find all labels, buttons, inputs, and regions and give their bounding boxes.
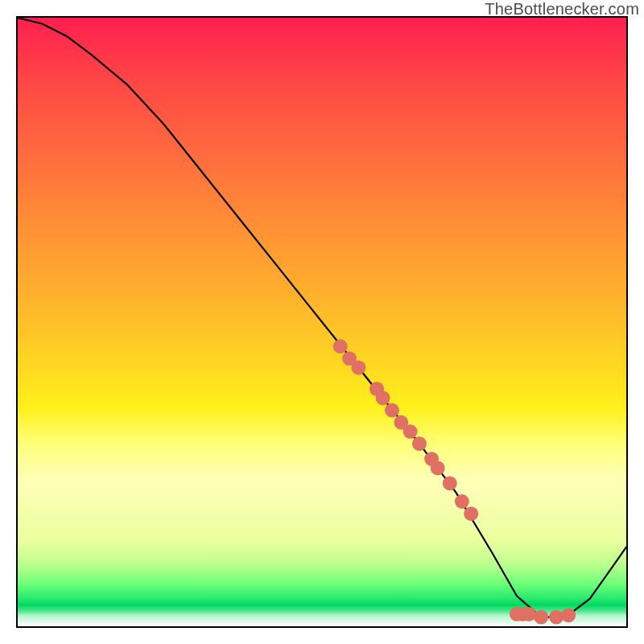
scatter-point <box>351 361 365 375</box>
scatter-point <box>431 460 445 475</box>
watermark-label: TheBottlenecker.com <box>485 0 639 19</box>
scatter-point <box>549 610 564 625</box>
scatter-point <box>464 506 478 521</box>
chart-overlay <box>18 18 626 626</box>
scatter-point <box>376 391 390 406</box>
scatter-point <box>403 424 418 439</box>
scatter-point <box>561 608 576 622</box>
scatter-point <box>412 436 427 451</box>
scatter-point <box>522 607 536 621</box>
scatter-point <box>455 494 469 509</box>
curve-path <box>18 18 626 617</box>
scatter-point <box>443 476 457 490</box>
scatter-point <box>333 339 348 353</box>
scatter-point <box>534 610 548 625</box>
chart-canvas: TheBottlenecker.com <box>0 0 644 644</box>
plot-area <box>16 16 628 628</box>
scatter-point <box>385 403 399 418</box>
